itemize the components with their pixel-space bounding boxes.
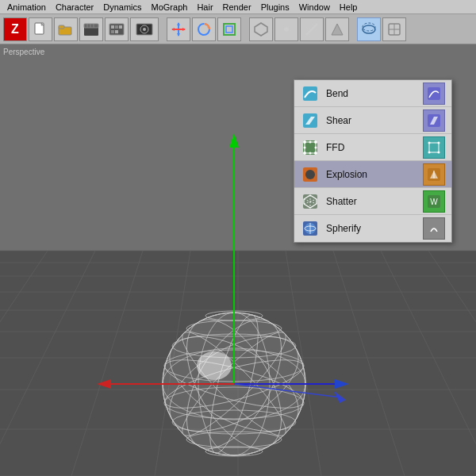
shear-item[interactable]: Shear	[294, 107, 451, 134]
menu-animation[interactable]: Animation	[3, 2, 50, 13]
ffd-icon	[301, 138, 320, 157]
new-scene-btn[interactable]	[29, 17, 52, 41]
svg-point-101	[303, 152, 306, 155]
svg-point-110	[438, 141, 440, 144]
ffd-label: FFD	[326, 142, 416, 153]
svg-point-114	[305, 170, 315, 179]
toolbar: Z	[0, 14, 476, 44]
open-scene-btn[interactable]	[54, 17, 78, 41]
rotate-btn[interactable]	[192, 17, 216, 41]
svg-point-100	[314, 140, 317, 144]
ffd-side-icon	[423, 136, 445, 159]
ffd-item[interactable]: FFD	[294, 134, 451, 161]
menu-dynamics[interactable]: Dynamics	[99, 2, 145, 13]
svg-point-103	[309, 140, 312, 143]
cinema4d-logo-btn[interactable]: Z	[3, 17, 27, 41]
svg-marker-21	[177, 33, 180, 36]
svg-point-82	[197, 351, 232, 380]
svg-point-99	[303, 140, 306, 144]
deformer-open-btn[interactable]	[357, 17, 381, 41]
bend-icon	[301, 84, 320, 103]
spherify-side-icon	[423, 217, 445, 240]
menu-hair[interactable]: Hair	[193, 2, 217, 13]
keyframe-btn[interactable]	[105, 17, 129, 41]
shear-label: Shear	[326, 115, 416, 126]
svg-rect-13	[111, 30, 114, 33]
menu-render[interactable]: Render	[219, 2, 255, 13]
shatter-item[interactable]: Shatter W	[294, 188, 451, 215]
svg-marker-20	[177, 22, 180, 25]
point-mode-btn[interactable]	[274, 17, 298, 41]
viewport-label: Perspective	[3, 48, 44, 56]
svg-point-112	[438, 151, 440, 153]
svg-text:W: W	[430, 198, 438, 206]
svg-point-106	[315, 146, 317, 148]
spherify-icon	[301, 219, 320, 238]
svg-rect-5	[84, 24, 98, 28]
polygon-mode-btn[interactable]	[325, 17, 349, 41]
menu-bar: Animation Character Dynamics MoGraph Hai…	[0, 0, 476, 14]
shatter-label: Shatter	[326, 196, 416, 207]
explosion-icon	[301, 165, 320, 184]
menu-character[interactable]: Character	[52, 2, 98, 13]
bend-item[interactable]: Bend	[294, 80, 451, 107]
svg-rect-92	[428, 87, 440, 100]
menu-window[interactable]: Window	[295, 2, 334, 13]
menu-help[interactable]: Help	[336, 2, 362, 13]
spherify-item[interactable]: Spherify	[294, 215, 451, 242]
svg-point-109	[428, 141, 431, 144]
3d-viewport[interactable]: Bend Shear FFD	[0, 44, 476, 476]
svg-marker-22	[171, 28, 175, 31]
svg-rect-10	[111, 25, 114, 29]
svg-rect-12	[119, 25, 122, 29]
svg-marker-31	[332, 24, 343, 35]
svg-rect-91	[303, 86, 317, 101]
svg-marker-28	[255, 23, 267, 36]
spherify-label: Spherify	[326, 223, 416, 234]
render-btn[interactable]	[130, 17, 159, 41]
menu-mograph[interactable]: MoGraph	[148, 2, 192, 13]
bend-side-icon	[423, 83, 445, 105]
svg-point-105	[304, 146, 306, 148]
svg-line-30	[306, 24, 317, 35]
scale-btn[interactable]	[217, 17, 241, 41]
shear-icon	[301, 111, 320, 130]
bend-label: Bend	[326, 88, 416, 99]
svg-point-102	[314, 152, 317, 155]
clapper-btn[interactable]	[79, 17, 103, 41]
svg-point-17	[143, 28, 146, 31]
svg-rect-14	[115, 30, 118, 33]
svg-point-104	[309, 152, 312, 154]
explosion-label: Explosion	[326, 169, 416, 180]
shatter-side-icon: W	[423, 190, 445, 213]
move-btn[interactable]	[167, 17, 190, 41]
svg-point-111	[428, 151, 431, 153]
explosion-item[interactable]: Explosion	[294, 161, 451, 188]
shear-side-icon	[423, 109, 445, 132]
edge-mode-btn[interactable]	[300, 17, 324, 41]
menu-plugins[interactable]: Plugins	[257, 2, 294, 13]
explosion-side-icon	[423, 163, 445, 186]
svg-rect-26	[224, 24, 235, 35]
svg-marker-23	[182, 28, 186, 31]
extra-tool-1[interactable]	[382, 17, 406, 41]
deformer-dropdown: Bend Shear FFD	[294, 79, 452, 243]
svg-point-29	[284, 27, 289, 32]
svg-rect-3	[59, 25, 64, 29]
svg-rect-11	[115, 25, 118, 29]
svg-rect-27	[226, 26, 232, 33]
shatter-icon	[301, 192, 320, 211]
object-mode-btn[interactable]	[249, 17, 273, 41]
